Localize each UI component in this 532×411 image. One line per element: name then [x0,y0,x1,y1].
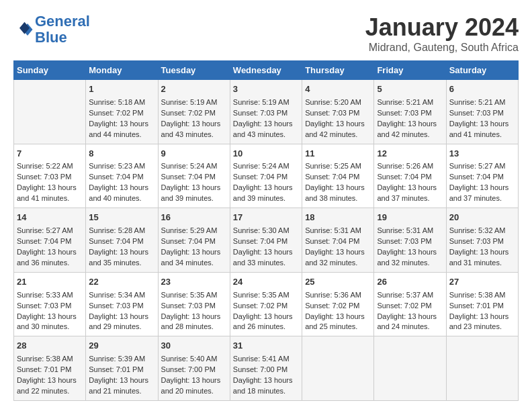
cell-info: Daylight: 13 hours [89,312,148,320]
calendar-cell: 13Sunrise: 5:27 AMSunset: 7:04 PMDayligh… [446,144,518,208]
cell-info: Sunrise: 5:29 AM [161,226,218,234]
calendar-cell: 28Sunrise: 5:38 AMSunset: 7:01 PMDayligh… [14,336,86,401]
cell-info: Sunrise: 5:32 AM [449,226,506,234]
cell-info: Sunrise: 5:35 AM [233,291,290,299]
calendar-cell: 16Sunrise: 5:29 AMSunset: 7:04 PMDayligh… [158,208,230,273]
day-number: 8 [89,148,154,161]
cell-info: and 32 minutes. [305,259,357,267]
cell-info: and 22 minutes. [17,387,69,395]
cell-info: Sunrise: 5:21 AM [377,98,433,106]
day-number: 3 [233,83,299,96]
cell-info: and 32 minutes. [377,259,429,267]
cell-info: and 25 minutes. [305,322,357,330]
cell-info: and 41 minutes. [17,194,69,202]
day-number: 30 [161,340,227,353]
day-number: 22 [89,276,154,289]
cell-info: Daylight: 13 hours [305,312,365,320]
calendar-cell: 27Sunrise: 5:38 AMSunset: 7:01 PMDayligh… [446,272,518,336]
cell-info: Sunrise: 5:36 AM [305,291,361,299]
cell-info: Sunrise: 5:33 AM [17,291,73,299]
calendar-cell: 8Sunrise: 5:23 AMSunset: 7:04 PMDaylight… [86,144,158,208]
day-number: 12 [377,148,443,161]
cell-info: Sunset: 7:04 PM [233,173,287,181]
cell-info: and 43 minutes. [233,130,285,138]
cell-info: Sunrise: 5:38 AM [449,291,506,299]
day-number: 11 [305,148,371,161]
cell-info: and 40 minutes. [89,194,141,202]
day-number: 24 [233,276,299,289]
calendar-cell: 10Sunrise: 5:24 AMSunset: 7:04 PMDayligh… [230,144,302,208]
cell-info: Daylight: 13 hours [449,312,509,320]
calendar-cell: 2Sunrise: 5:19 AMSunset: 7:02 PMDaylight… [158,80,230,144]
cell-info: Sunset: 7:03 PM [377,237,431,245]
calendar-cell: 23Sunrise: 5:35 AMSunset: 7:03 PMDayligh… [158,272,230,336]
calendar-cell: 11Sunrise: 5:25 AMSunset: 7:04 PMDayligh… [302,144,374,208]
cell-info: Sunrise: 5:30 AM [233,226,290,234]
header-wednesday: Wednesday [230,61,302,80]
cell-info: Daylight: 13 hours [305,248,365,256]
cell-info: and 42 minutes. [377,130,429,138]
cell-info: Sunset: 7:01 PM [89,365,143,373]
cell-info: Sunrise: 5:23 AM [89,162,145,170]
calendar-cell [302,336,374,401]
cell-info: Sunrise: 5:27 AM [449,162,506,170]
calendar-cell: 18Sunrise: 5:31 AMSunset: 7:04 PMDayligh… [302,208,374,273]
day-number: 27 [449,276,515,289]
cell-info: Daylight: 13 hours [449,248,509,256]
cell-info: and 30 minutes. [17,322,69,330]
cell-info: Sunrise: 5:24 AM [161,162,218,170]
subtitle: Midrand, Gauteng, South Africa [365,42,519,54]
cell-info: Sunrise: 5:25 AM [305,162,361,170]
cell-info: Sunset: 7:04 PM [305,173,359,181]
cell-info: Sunrise: 5:37 AM [377,291,433,299]
calendar-table: SundayMondayTuesdayWednesdayThursdayFrid… [13,60,519,401]
cell-info: Sunset: 7:03 PM [233,109,287,117]
cell-info: and 35 minutes. [89,259,141,267]
cell-info: Daylight: 13 hours [377,183,437,191]
calendar-cell: 19Sunrise: 5:31 AMSunset: 7:03 PMDayligh… [374,208,446,273]
cell-info: and 38 minutes. [305,194,357,202]
cell-info: Daylight: 13 hours [377,248,437,256]
calendar-cell: 29Sunrise: 5:39 AMSunset: 7:01 PMDayligh… [86,336,158,401]
cell-info: Sunset: 7:04 PM [17,237,71,245]
cell-info: and 29 minutes. [89,322,141,330]
cell-info: Daylight: 13 hours [233,376,293,384]
day-number: 20 [449,212,515,224]
cell-info: Sunset: 7:03 PM [17,302,71,310]
cell-info: Daylight: 13 hours [161,183,221,191]
cell-info: Daylight: 13 hours [89,376,148,384]
title-block: January 2024 Midrand, Gauteng, South Afr… [365,13,519,54]
week-row-4: 21Sunrise: 5:33 AMSunset: 7:03 PMDayligh… [14,272,519,336]
cell-info: Sunrise: 5:19 AM [161,98,218,106]
calendar-cell: 4Sunrise: 5:20 AMSunset: 7:03 PMDaylight… [302,80,374,144]
cell-info: Sunrise: 5:31 AM [305,226,361,234]
cell-info: Daylight: 13 hours [89,183,148,191]
cell-info: Sunset: 7:03 PM [305,109,359,117]
cell-info: Daylight: 13 hours [233,183,293,191]
cell-info: and 37 minutes. [377,194,429,202]
cell-info: Daylight: 13 hours [161,376,221,384]
cell-info: Daylight: 13 hours [89,120,148,128]
calendar-cell [446,336,518,401]
calendar-cell: 12Sunrise: 5:26 AMSunset: 7:04 PMDayligh… [374,144,446,208]
cell-info: Sunset: 7:03 PM [161,302,216,310]
calendar-cell: 14Sunrise: 5:27 AMSunset: 7:04 PMDayligh… [14,208,86,273]
calendar-cell: 20Sunrise: 5:32 AMSunset: 7:03 PMDayligh… [446,208,518,273]
calendar-cell: 6Sunrise: 5:21 AMSunset: 7:03 PMDaylight… [446,80,518,144]
cell-info: and 34 minutes. [161,259,214,267]
cell-info: Daylight: 13 hours [17,183,77,191]
cell-info: and 26 minutes. [233,322,285,330]
day-number: 7 [17,148,83,161]
header-sunday: Sunday [14,61,86,80]
day-number: 21 [17,276,83,289]
day-number: 14 [17,212,83,224]
day-number: 9 [161,148,227,161]
cell-info: and 21 minutes. [89,387,141,395]
cell-info: Sunrise: 5:19 AM [233,98,290,106]
cell-info: Sunrise: 5:39 AM [89,355,145,363]
cell-info: Sunset: 7:02 PM [377,302,431,310]
calendar-cell: 1Sunrise: 5:18 AMSunset: 7:02 PMDaylight… [86,80,158,144]
calendar-cell [374,336,446,401]
calendar-cell: 7Sunrise: 5:22 AMSunset: 7:03 PMDaylight… [14,144,86,208]
cell-info: and 23 minutes. [449,322,502,330]
